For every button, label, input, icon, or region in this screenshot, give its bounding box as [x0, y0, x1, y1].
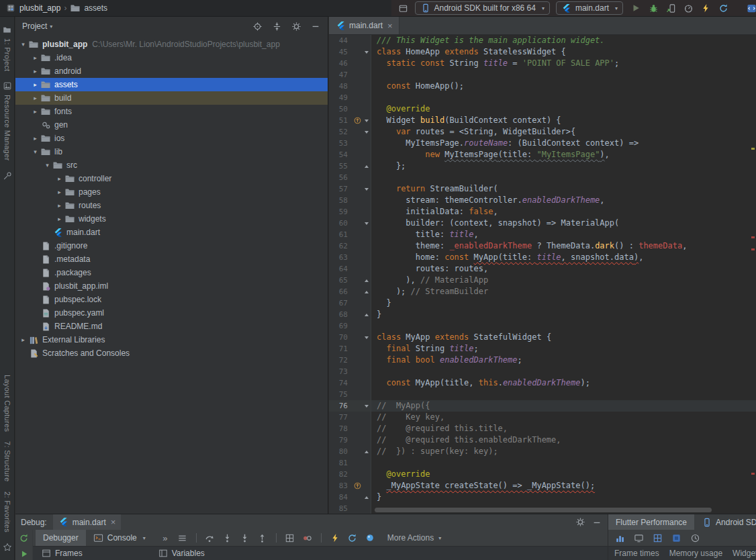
code-line-45[interactable]: 45class HomeApp extends StatelessWidget … — [329, 46, 756, 58]
fold-collapse-icon[interactable] — [363, 183, 371, 195]
minimize-icon[interactable] — [592, 517, 602, 528]
breadcrumb-project[interactable]: plusbit_app — [19, 3, 60, 13]
chevron-right-icon[interactable]: ▸ — [30, 68, 40, 75]
hot-reload-icon[interactable] — [700, 3, 711, 13]
code-line-77[interactable]: 77// Key key, — [329, 412, 756, 423]
project-view-dropdown[interactable]: Project ▾ — [22, 21, 52, 31]
code-line-70[interactable]: 70class MyApp extends StatefulWidget { — [329, 332, 756, 343]
code-line-71[interactable]: 71 final String title; — [329, 343, 756, 355]
attach-debugger-icon[interactable] — [665, 3, 676, 13]
tree-item-scratches-and-consoles[interactable]: Scratches and Consoles — [15, 346, 328, 360]
chevron-right-icon[interactable]: ▸ — [30, 108, 40, 115]
tree-item-assets[interactable]: ▸assets — [15, 78, 328, 91]
tree-item-plusbit-app-iml[interactable]: plusbit_app.iml — [15, 279, 328, 293]
resume-icon[interactable] — [19, 549, 30, 559]
tree-item-metadata[interactable]: .metadata — [15, 252, 328, 266]
grid-blue-icon[interactable] — [652, 532, 663, 543]
code-line-46[interactable]: 46 static const String title = 'POINT OF… — [329, 58, 756, 69]
vertical-scrollbar[interactable] — [749, 35, 756, 514]
chevron-down-icon[interactable]: ▾ — [42, 162, 52, 169]
gear-icon[interactable] — [291, 21, 301, 32]
hot-restart-icon[interactable] — [347, 532, 358, 543]
code-line-62[interactable]: 62 theme: _enabledDarkTheme ? ThemeData.… — [329, 240, 756, 252]
step-out-icon[interactable] — [257, 532, 268, 543]
more-tabs-icon[interactable]: » — [160, 532, 171, 543]
code-line-48[interactable]: 48 const HomeApp(); — [329, 81, 756, 92]
stripe-1-project[interactable]: 1: Project — [2, 24, 13, 71]
code-line-74[interactable]: 74 const MyApp(title, this.enabledDarkTh… — [329, 377, 756, 389]
close-icon[interactable]: × — [387, 21, 393, 30]
tab-variables[interactable]: Variables — [154, 547, 209, 560]
hot-reload-icon[interactable] — [330, 532, 340, 543]
code-line-80[interactable]: 80// }) : super(key: key); — [329, 446, 756, 457]
view-breakpoints-icon[interactable] — [285, 532, 295, 543]
minimize-icon[interactable] — [310, 21, 321, 32]
dart-devtools-icon[interactable] — [365, 532, 375, 543]
debug-bug-icon[interactable] — [648, 3, 659, 13]
devtools-icon[interactable] — [746, 3, 756, 13]
fold-collapse-icon[interactable] — [363, 126, 371, 138]
stripe-7-structure[interactable]: 7: Structure — [3, 441, 11, 481]
tree-item-gitignore[interactable]: .gitignore — [15, 239, 328, 252]
code-line-63[interactable]: 63 home: const MyApp(title: title, snaps… — [329, 252, 756, 263]
tab-frames[interactable]: Frames — [37, 547, 87, 560]
chevron-right-icon[interactable]: ▸ — [54, 189, 64, 195]
profiler-icon[interactable] — [683, 3, 694, 13]
override-marker-icon[interactable] — [352, 480, 363, 492]
fold-collapse-icon[interactable] — [363, 218, 371, 229]
code-line-59[interactable]: 59 initialData: false, — [329, 206, 756, 218]
code-line-52[interactable]: 52 var routes = <String, WidgetBuilder>{ — [329, 126, 756, 138]
perf-tab-memory-usage[interactable]: Memory usage — [669, 549, 722, 558]
override-marker-icon[interactable] — [352, 115, 363, 126]
rerun-icon[interactable] — [19, 532, 30, 543]
tree-item-pubspec-lock[interactable]: pubspec.lock — [15, 293, 328, 306]
code-line-75[interactable]: 75 — [329, 389, 756, 400]
tool-window-icon[interactable] — [2, 171, 13, 181]
clock-icon[interactable] — [690, 532, 700, 543]
collapse-all-icon[interactable] — [271, 21, 282, 32]
code-line-57[interactable]: 57 return StreamBuilder( — [329, 183, 756, 195]
force-step-into-icon[interactable] — [240, 532, 250, 543]
run-play-icon[interactable] — [630, 3, 641, 13]
tree-item-external-libraries[interactable]: ▸External Libraries — [15, 333, 328, 346]
code-line-64[interactable]: 64 routes: routes, — [329, 263, 756, 275]
code-line-61[interactable]: 61 title: title, — [329, 229, 756, 240]
chevron-right-icon[interactable]: ▸ — [30, 135, 40, 142]
chart-icon[interactable] — [614, 532, 625, 543]
code-line-79[interactable]: 79// @required this.enabledDarkTheme, — [329, 434, 756, 446]
editor-tab-main-dart[interactable]: main.dart × — [329, 17, 399, 34]
step-into-icon[interactable] — [222, 532, 233, 543]
stripe-layout-captures[interactable]: Layout Captures — [3, 375, 11, 432]
run-config-selector[interactable]: main.dart ▾ — [556, 1, 623, 15]
tab-flutter-performance[interactable]: Flutter Performance — [608, 514, 694, 530]
fold-end-icon[interactable] — [363, 275, 371, 286]
tree-item-build[interactable]: ▸build — [15, 91, 328, 105]
tree-item-widgets[interactable]: ▸widgets — [15, 212, 328, 226]
device-selector[interactable]: Android SDK built for x86 64 ▾ — [415, 1, 550, 15]
code-line-49[interactable]: 49 — [329, 92, 756, 103]
menu-icon[interactable] — [177, 532, 188, 543]
tree-item-pages[interactable]: ▸pages — [15, 185, 328, 199]
code-line-50[interactable]: 50 @override — [329, 103, 756, 115]
chevron-right-icon[interactable]: ▸ — [30, 81, 40, 88]
code-line-47[interactable]: 47 — [329, 69, 756, 81]
tab-console[interactable]: Console▾ — [86, 530, 153, 546]
code-line-72[interactable]: 72 final bool enabledDarkTheme; — [329, 355, 756, 366]
breadcrumb-folder[interactable]: assets — [84, 3, 107, 13]
locate-icon[interactable] — [252, 21, 263, 32]
code-line-73[interactable]: 73 — [329, 366, 756, 377]
code-line-78[interactable]: 78// @required this.title, — [329, 423, 756, 434]
perf-tab-frame-times[interactable]: Frame times — [614, 549, 659, 558]
code-line-83[interactable]: 83 _MyAppState createState() => _MyAppSt… — [329, 480, 756, 492]
code-line-65[interactable]: 65 ), // MaterialApp — [329, 275, 756, 286]
code-line-54[interactable]: 54 new MyItemsPage(title: "MyItemsPage")… — [329, 149, 756, 160]
code-line-44[interactable]: 44/// This Widget is the main applicatio… — [329, 35, 756, 46]
fold-end-icon[interactable] — [363, 492, 371, 503]
chevron-right-icon[interactable]: ▸ — [54, 202, 64, 209]
fold-collapse-icon[interactable] — [363, 46, 371, 58]
chevron-right-icon[interactable]: ▸ — [30, 54, 40, 61]
more-actions-dropdown[interactable]: More Actions ▾ — [387, 533, 441, 543]
code-line-56[interactable]: 56 — [329, 172, 756, 183]
code-line-76[interactable]: 76// MyApp({ — [329, 400, 756, 412]
code-line-53[interactable]: 53 MyItemsPage.routeName: (BuildContext … — [329, 138, 756, 149]
